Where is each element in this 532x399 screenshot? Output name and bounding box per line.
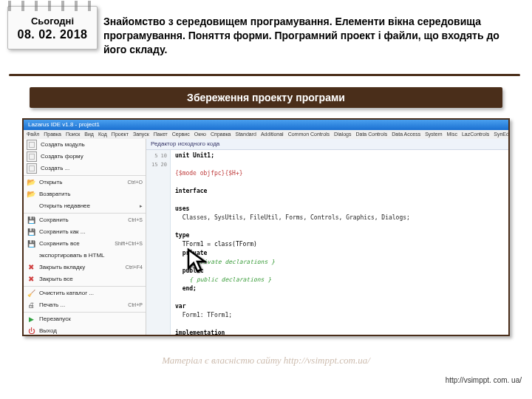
file-menu-item[interactable]: Создать модуль — [24, 139, 146, 151]
footer-link[interactable]: http://vsimppt. com. ua/ — [446, 376, 522, 384]
menu-item[interactable]: Файл — [27, 130, 39, 139]
ide-window: Lazarus IDE v1.8 - project1 ФайлПравкаПо… — [22, 118, 510, 336]
menu-item[interactable]: SynEdit — [494, 130, 508, 139]
menu-item[interactable]: Standard — [236, 130, 256, 139]
file-menu-item[interactable]: ОткрытьCtrl+O — [24, 177, 146, 188]
menu-item[interactable]: Справка — [211, 130, 231, 139]
menu-item-label: Закрыть вкладку — [39, 262, 85, 273]
open-icon — [27, 178, 35, 187]
menu-item-label: Сохранить все — [39, 239, 80, 249]
file-menu-item[interactable]: Закрыть все — [24, 273, 146, 285]
file-menu-item[interactable]: Печать ...Ctrl+P — [24, 299, 146, 311]
menu-item[interactable]: Data Controls — [355, 130, 387, 139]
modul-icon — [27, 140, 37, 150]
menu-item[interactable]: Запуск — [133, 130, 149, 139]
modul-icon — [27, 151, 37, 162]
menu-shortcut: Ctrl+O — [128, 177, 143, 188]
blank-icon — [27, 251, 35, 260]
file-menu-item[interactable]: Возвратить — [24, 188, 146, 200]
menu-item-label: Создать ... — [41, 163, 69, 174]
file-menu-item[interactable]: Создать форму — [24, 151, 146, 163]
file-menu-item[interactable]: Открыть недавнее▸ — [24, 200, 146, 212]
menu-item[interactable]: Проект — [112, 130, 129, 139]
file-menu-item[interactable]: Сохранить как ... — [24, 226, 146, 238]
menu-shortcut: ▸ — [140, 201, 143, 211]
file-menu-dropdown[interactable]: Создать модульСоздать формуСоздать ...От… — [24, 139, 146, 335]
lesson-title: Знайомство з середовищем програмування. … — [103, 15, 520, 57]
watermark-text: Матеріал є власністю сайту http://vsimpp… — [0, 355, 532, 366]
menu-item-label: Печать ... — [39, 300, 65, 310]
open-icon — [27, 190, 35, 199]
date-value: 08. 02. 2018 — [11, 28, 94, 41]
menu-separator — [24, 175, 146, 176]
menu-shortcut: Shift+Ctrl+S — [115, 239, 143, 249]
section-heading: Збереження проекту програми — [30, 87, 502, 108]
menu-item[interactable]: Additional — [261, 130, 284, 139]
menu-item-label: Сохранить как ... — [39, 227, 86, 237]
menu-item[interactable]: Data Access — [392, 130, 420, 139]
menu-item-label: Закрыть все — [39, 274, 73, 284]
menu-item[interactable]: Dialogs — [334, 130, 351, 139]
menu-shortcut: Ctrl+P — [128, 300, 143, 310]
menu-item-label: Перезапуск — [39, 314, 71, 324]
exit-icon — [27, 327, 35, 335]
menu-separator — [24, 213, 146, 214]
menu-item-label: Возвратить — [39, 189, 70, 200]
menu-shortcut: Ctrl+F4 — [126, 262, 143, 273]
menu-shortcut: Ctrl+S — [128, 215, 143, 225]
menu-item-label: Открыть недавнее — [39, 201, 90, 211]
play-icon — [27, 315, 35, 324]
close-icon — [27, 275, 35, 284]
ide-titlebar: Lazarus IDE v1.8 - project1 — [24, 120, 508, 130]
menu-item-label: Выход — [39, 326, 57, 336]
broom-icon — [27, 289, 35, 298]
print-icon — [27, 301, 35, 310]
menu-item[interactable]: System — [425, 130, 442, 139]
today-label: Сьогодні — [11, 16, 94, 27]
menu-item[interactable]: Common Controls — [288, 130, 330, 139]
menu-item-label: Создать модуль — [41, 140, 85, 150]
file-menu-item[interactable]: Очистить каталог ... — [24, 287, 146, 299]
menu-item-label: Сохранить — [39, 215, 69, 225]
menu-item-label: Создать форму — [41, 151, 83, 162]
menu-item-label: Открыть — [39, 177, 62, 188]
menu-item[interactable]: Окно — [194, 130, 206, 139]
save-icon — [27, 228, 35, 236]
file-menu-item[interactable]: Выход — [24, 325, 146, 336]
menu-item[interactable]: Пакет — [154, 130, 168, 139]
file-menu-item[interactable]: Сохранить всеShift+Ctrl+S — [24, 238, 146, 250]
cursor-arrow-icon — [186, 248, 211, 277]
menu-item[interactable]: Вид — [84, 130, 94, 139]
menu-item[interactable]: Сервис — [172, 130, 190, 139]
blank-icon — [27, 202, 35, 211]
code-content[interactable]: unit Unit1; {$mode objfpc}{$H+} interfac… — [171, 150, 508, 335]
editor-pane: Редактор исходного кода 5 10 15 20 unit … — [146, 139, 508, 335]
close-icon — [27, 263, 35, 272]
save-icon — [27, 216, 35, 225]
menu-item[interactable]: Misc — [447, 130, 457, 139]
menu-item-label: экспортировать в HTML — [39, 250, 105, 261]
date-card: Сьогодні 08. 02. 2018 — [7, 6, 98, 50]
editor-tab[interactable]: Редактор исходного кода — [146, 139, 508, 150]
menu-separator — [24, 286, 146, 287]
file-menu-item[interactable]: Закрыть вкладкуCtrl+F4 — [24, 262, 146, 273]
line-gutter: 5 10 15 20 — [146, 150, 171, 335]
menu-item[interactable]: Код — [98, 130, 107, 139]
menu-item[interactable]: Правка — [44, 130, 61, 139]
file-menu-item[interactable]: Создать ... — [24, 163, 146, 174]
menu-item[interactable]: Поиск — [66, 130, 80, 139]
horizontal-rule — [9, 74, 520, 76]
file-menu-item[interactable]: Перезапуск — [24, 313, 146, 325]
modul-icon — [27, 163, 37, 174]
save-icon — [27, 239, 35, 248]
menu-item[interactable]: LazControls — [462, 130, 489, 139]
menu-separator — [24, 312, 146, 313]
file-menu-item[interactable]: СохранитьCtrl+S — [24, 214, 146, 226]
code-area[interactable]: 5 10 15 20 unit Unit1; {$mode objfpc}{$H… — [146, 150, 508, 335]
menu-item-label: Очистить каталог ... — [39, 288, 94, 299]
file-menu-item[interactable]: экспортировать в HTML — [24, 250, 146, 262]
